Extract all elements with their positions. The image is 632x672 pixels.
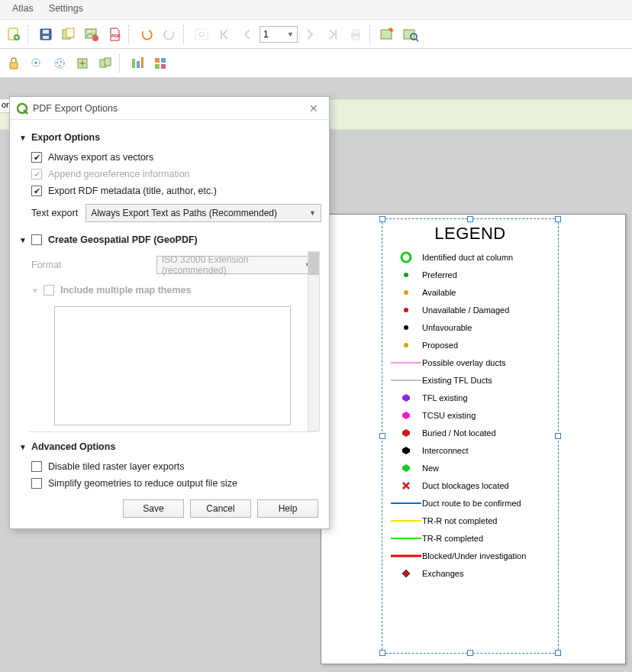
legend-symbol <box>390 554 422 558</box>
svg-point-41 <box>404 325 408 330</box>
scrollbar[interactable] <box>308 251 320 431</box>
legend-symbol <box>390 306 422 314</box>
text-export-label: Text export <box>31 208 78 218</box>
svg-rect-3 <box>43 30 49 34</box>
svg-rect-11 <box>195 29 208 40</box>
save-icon[interactable] <box>35 24 56 45</box>
svg-rect-17 <box>404 30 414 39</box>
legend-symbol <box>390 481 422 490</box>
svg-marker-49 <box>402 464 410 472</box>
simplify-checkbox[interactable] <box>31 478 42 489</box>
svg-point-26 <box>59 65 60 66</box>
svg-rect-15 <box>353 36 359 40</box>
advanced-options-section[interactable]: ▼ Advanced Options <box>18 435 321 458</box>
select-dots-icon[interactable] <box>49 53 70 74</box>
distribute-icon[interactable] <box>150 53 171 74</box>
svg-point-24 <box>56 62 58 63</box>
legend-row: TCSU existing <box>382 406 558 424</box>
menu-atlas[interactable]: Atlas <box>5 0 41 19</box>
new-layout-icon[interactable] <box>3 24 24 45</box>
first-page-icon[interactable] <box>214 24 235 45</box>
svg-point-37 <box>401 253 411 262</box>
image-export-icon[interactable] <box>81 24 102 45</box>
legend-label: Exchanges <box>422 569 463 578</box>
georef-label: Append georeference information <box>48 169 190 179</box>
legend-row: Preferred <box>382 266 558 283</box>
legend-label: Identified duct at column <box>422 253 513 262</box>
move-content-icon[interactable] <box>95 53 116 74</box>
svg-point-40 <box>404 308 408 312</box>
format-label: Format <box>31 260 62 270</box>
last-page-icon[interactable] <box>322 24 343 45</box>
disable-tiled-checkbox[interactable] <box>31 461 42 472</box>
legend-label: Duct route to be confirmed <box>422 499 521 508</box>
menu-settings[interactable]: Settings <box>41 0 91 19</box>
move-item-icon[interactable] <box>72 53 93 74</box>
legend-symbol <box>390 341 422 349</box>
svg-point-25 <box>60 61 62 63</box>
page-number-input[interactable]: 1▼ <box>260 26 298 43</box>
cancel-button[interactable]: Cancel <box>190 499 251 518</box>
svg-rect-32 <box>141 57 143 68</box>
svg-rect-6 <box>66 28 74 37</box>
legend-row: Possible overlay ducts <box>382 354 558 371</box>
legend-label: Unfavourable <box>422 323 472 332</box>
prev-page-icon[interactable] <box>237 24 258 45</box>
legend-item[interactable]: LEGEND Identified duct at columnPreferre… <box>382 218 559 654</box>
atlas-image-icon[interactable] <box>377 24 398 45</box>
geopdf-section[interactable]: ▼ Create Geospatial PDF (GeoPDF) <box>18 231 321 248</box>
dialog-title: PDF Export Options <box>33 103 118 114</box>
svg-rect-31 <box>137 61 140 68</box>
dialog-titlebar: PDF Export Options ✕ <box>10 97 329 120</box>
next-page-icon[interactable] <box>299 24 321 45</box>
legend-label: Buried / Not located <box>422 428 496 438</box>
svg-marker-46 <box>402 412 410 419</box>
svg-rect-30 <box>132 59 135 68</box>
pdf-export-dialog: PDF Export Options ✕ ▼ Export Options ✔ … <box>9 96 330 529</box>
duplicate-icon[interactable] <box>58 24 79 45</box>
print-icon[interactable] <box>345 24 366 45</box>
geopdf-checkbox[interactable] <box>31 234 42 245</box>
simplify-label: Simplify geometries to reduce output fil… <box>48 478 237 489</box>
legend-row: Blocked/Under investigation <box>382 547 558 564</box>
legend-row: New <box>382 459 558 477</box>
help-button[interactable]: Help <box>257 499 318 518</box>
pdf-export-icon[interactable]: PDF <box>104 24 125 45</box>
svg-point-38 <box>404 273 408 277</box>
text-export-combo[interactable]: Always Export Text as Paths (Recommended… <box>85 204 321 222</box>
close-icon[interactable]: ✕ <box>305 102 323 115</box>
export-options-section[interactable]: ▼ Export Options <box>18 126 321 149</box>
legend-row: Existing TFL Ducts <box>382 371 558 389</box>
vectors-label: Always export as vectors <box>48 152 153 163</box>
atlas-preview-icon[interactable] <box>400 24 421 45</box>
vectors-checkbox[interactable]: ✔ <box>31 152 42 163</box>
full-extent-icon[interactable] <box>191 24 212 45</box>
legend-row: Unfavourable <box>382 318 558 336</box>
collapse-icon: ▼ <box>31 286 39 295</box>
legend-row: Buried / Not located <box>382 424 558 441</box>
svg-rect-33 <box>155 58 160 63</box>
rdf-checkbox[interactable]: ✔ <box>31 186 42 196</box>
rdf-label: Export RDF metadata (title, author, etc.… <box>48 186 217 196</box>
legend-symbol <box>390 324 422 331</box>
legend-row: Interconnect <box>382 441 558 459</box>
undo-icon[interactable] <box>136 24 157 45</box>
georef-checkbox: ✔ <box>31 169 42 179</box>
save-button[interactable]: Save <box>123 499 184 518</box>
legend-symbol <box>390 464 422 473</box>
align-icon[interactable] <box>127 53 148 74</box>
legend-symbol <box>390 501 422 506</box>
legend-symbol <box>390 378 422 383</box>
redo-icon[interactable] <box>159 24 180 45</box>
legend-symbol <box>390 360 422 365</box>
lock-icon[interactable] <box>3 53 24 74</box>
legend-symbol <box>390 250 422 264</box>
legend-symbol <box>390 411 422 420</box>
select-pan-icon[interactable] <box>26 53 47 74</box>
svg-point-23 <box>55 59 64 68</box>
legend-symbol <box>390 536 422 541</box>
svg-point-42 <box>404 343 408 347</box>
svg-marker-54 <box>402 570 410 577</box>
legend-symbol <box>390 428 422 438</box>
collapse-icon: ▼ <box>19 236 27 244</box>
